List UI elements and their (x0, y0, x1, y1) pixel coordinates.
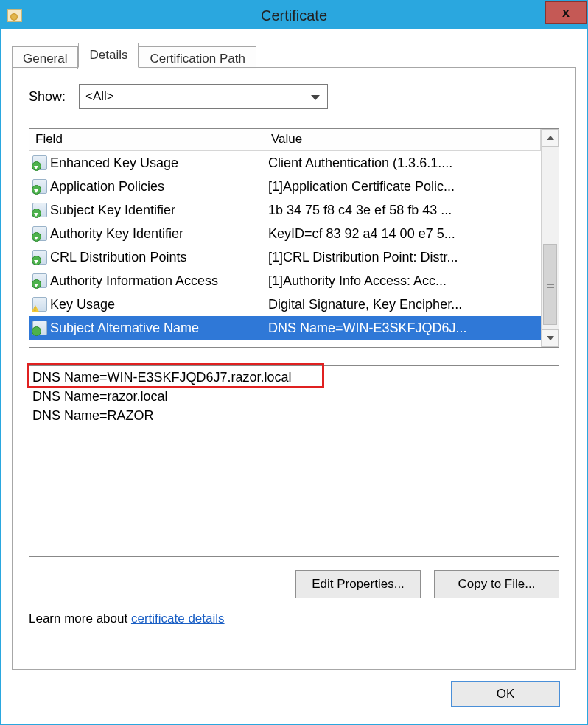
list-row[interactable]: Subject Alternative NameDNS Name=WIN-E3S… (29, 316, 541, 340)
learn-more-row: Learn more about certificate details (29, 612, 559, 626)
chevron-up-icon (547, 136, 554, 140)
client-area: General Details Certification Path Show:… (1, 29, 587, 724)
show-label: Show: (29, 89, 66, 105)
close-icon: x (562, 5, 570, 21)
dialog-footer: OK (12, 670, 576, 718)
detail-line: DNS Name=WIN-E3SKFJQD6J7.razor.local (32, 368, 556, 387)
tab-details[interactable]: Details (78, 43, 139, 68)
field-label: Subject Key Identifier (50, 203, 175, 218)
tab-certification-path[interactable]: Certification Path (139, 46, 256, 69)
vertical-scrollbar[interactable] (541, 129, 559, 347)
list-row[interactable]: CRL Distribution Points[1]CRL Distributi… (29, 245, 541, 269)
field-cell: CRL Distribution Points (29, 250, 265, 265)
field-label: CRL Distribution Points (50, 250, 186, 265)
close-button[interactable]: x (545, 1, 587, 24)
field-cell: Authority Information Access (29, 273, 265, 289)
field-label: Authority Information Access (50, 273, 218, 289)
field-label: Subject Alternative Name (50, 321, 199, 336)
cert-ext-icon (32, 250, 47, 265)
value-cell: [1]Application Certificate Polic... (265, 179, 541, 195)
cert-ext-icon (32, 273, 47, 288)
field-cell: !Key Usage (29, 297, 265, 312)
list-row[interactable]: Enhanced Key UsageClient Authentication … (29, 151, 541, 175)
titlebar: Certificate x (1, 1, 587, 29)
value-cell: 1b 34 75 f8 c4 3e ef 58 fb 43 ... (265, 203, 541, 218)
show-value: <All> (85, 89, 114, 104)
edit-properties-button[interactable]: Edit Properties... (295, 570, 421, 598)
cert-ext-icon (32, 155, 47, 170)
list-row[interactable]: Authority Key IdentifierKeyID=cf 83 92 a… (29, 222, 541, 245)
cert-sel-icon (32, 321, 47, 335)
list-row[interactable]: !Key UsageDigital Signature, Key Enciphe… (29, 293, 541, 316)
certificate-details-link[interactable]: certificate details (131, 612, 225, 626)
listview-body: Enhanced Key UsageClient Authentication … (29, 151, 541, 340)
value-cell: Digital Signature, Key Encipher... (265, 297, 541, 312)
value-cell: Client Authentication (1.3.6.1.... (265, 155, 541, 171)
header-value[interactable]: Value (265, 129, 541, 150)
field-cell: Subject Key Identifier (29, 203, 265, 218)
ok-button[interactable]: OK (451, 681, 560, 707)
copy-to-file-button[interactable]: Copy to File... (434, 570, 559, 598)
details-panel: Show: <All> Field Value Enhanced Key Usa… (12, 67, 576, 670)
value-cell: [1]CRL Distribution Point: Distr... (265, 250, 541, 265)
detail-line: DNS Name=RAZOR (32, 406, 556, 425)
listview-header: Field Value (29, 129, 541, 151)
grip-icon (547, 281, 554, 288)
detail-textbox[interactable]: DNS Name=WIN-E3SKFJQD6J7.razor.local DNS… (29, 365, 559, 557)
field-label: Enhanced Key Usage (50, 155, 178, 171)
chevron-down-icon (547, 336, 554, 340)
window-title: Certificate (1, 7, 587, 24)
list-row[interactable]: Authority Information Access[1]Authority… (29, 269, 541, 293)
value-cell: DNS Name=WIN-E3SKFJQD6J... (265, 321, 541, 336)
show-row: Show: <All> (29, 84, 559, 109)
cert-ext-icon (32, 203, 47, 217)
list-row[interactable]: Application Policies[1]Application Certi… (29, 175, 541, 198)
cert-warn-icon: ! (32, 297, 47, 312)
value-cell: KeyID=cf 83 92 a4 14 00 e7 5... (265, 226, 541, 242)
listview-inner: Field Value Enhanced Key UsageClient Aut… (29, 129, 541, 347)
scroll-down-button[interactable] (542, 329, 559, 347)
certificate-dialog: Certificate x General Details Certificat… (0, 0, 588, 725)
field-label: Application Policies (50, 179, 164, 195)
detail-line: DNS Name=razor.local (32, 387, 556, 406)
list-row[interactable]: Subject Key Identifier1b 34 75 f8 c4 3e … (29, 198, 541, 222)
field-label: Key Usage (50, 297, 115, 312)
field-label: Authority Key Identifier (50, 226, 183, 242)
tab-strip: General Details Certification Path (12, 43, 576, 68)
scroll-up-button[interactable] (542, 129, 559, 147)
field-cell: Authority Key Identifier (29, 226, 265, 242)
chevron-down-icon (311, 95, 320, 100)
cert-ext-icon (32, 226, 47, 241)
cert-ext-icon (32, 179, 47, 194)
value-cell: [1]Authority Info Access: Acc... (265, 273, 541, 289)
scroll-track[interactable] (542, 147, 559, 329)
scroll-thumb[interactable] (543, 244, 557, 325)
field-cell: Enhanced Key Usage (29, 155, 265, 171)
show-combobox[interactable]: <All> (79, 84, 328, 109)
tab-general[interactable]: General (12, 46, 78, 69)
fields-listview[interactable]: Field Value Enhanced Key UsageClient Aut… (29, 128, 559, 348)
button-row: Edit Properties... Copy to File... (29, 570, 559, 598)
field-cell: Application Policies (29, 179, 265, 195)
learn-prefix: Learn more about (29, 612, 131, 626)
header-field[interactable]: Field (29, 129, 265, 150)
field-cell: Subject Alternative Name (29, 321, 265, 336)
